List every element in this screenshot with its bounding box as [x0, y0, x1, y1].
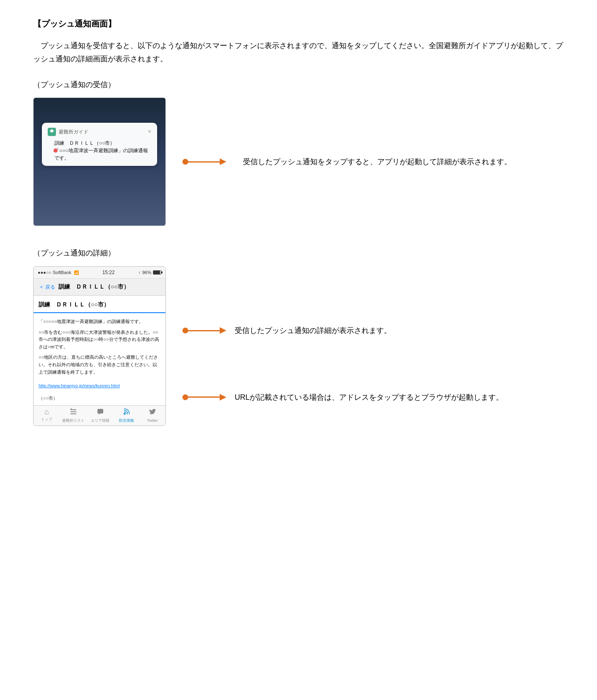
callout1-text: 受信したプッシュ通知をタップすると、アプリが起動して詳細が表示されます。: [243, 156, 512, 168]
arrow2: [182, 327, 226, 334]
section2: （プッシュ通知の詳細） ●●●○○ SoftBank 📶 15:22 ↑ 96%: [33, 247, 564, 426]
tab-twitter[interactable]: Twitter: [142, 408, 163, 424]
notif-dot: [53, 148, 58, 153]
svg-rect-2: [70, 413, 76, 414]
tab-shelter-list[interactable]: 避難所リスト: [62, 408, 85, 424]
svg-rect-3: [70, 408, 72, 410]
wifi-icon: 📶: [74, 269, 79, 276]
tab-disaster-label: 防災情報: [119, 418, 134, 424]
phone-detail-screenshot: ●●●○○ SoftBank 📶 15:22 ↑ 96% ＜ 戻る: [33, 266, 166, 426]
url-link[interactable]: http://www.hinanjyo.jp/news/kunren.html: [39, 383, 120, 388]
gps-indicator: ↑: [138, 269, 141, 277]
notification-screenshot: 避難所ガイド × 訓練 ＤＲＩＬＬ（○○市） 「○○○地震津波一斉避難訓練」の訓…: [33, 97, 166, 226]
tab-bar: ⌂ トップ 避難所リスト: [34, 405, 165, 425]
battery-icon: [153, 270, 161, 275]
notif-close-icon: ×: [148, 127, 151, 137]
content-body: 「○○○○○地震津波一斉避難訓練」の訓練通報です。 ○○市を含む○○○海沿岸に大…: [34, 315, 165, 379]
tab-area-label: エリア情報: [91, 418, 109, 424]
callout2-text: 受信したプッシュ通知の詳細が表示されます。: [235, 324, 391, 337]
svg-marker-5: [99, 413, 100, 415]
callout3-text: URLが記載されている場合は、アドレスをタップするとブラウザが起動します。: [235, 391, 503, 404]
nav-bar: ＜ 戻る 訓練 ＤＲＩＬＬ（○○市）: [34, 279, 165, 296]
svg-rect-1: [70, 411, 76, 412]
page-title: 【プッシュ通知画面】: [33, 17, 564, 31]
battery-percent: 96%: [142, 269, 151, 277]
source-text: （○○市）: [34, 393, 165, 406]
time-display: 15:22: [102, 268, 115, 277]
list-icon: [70, 408, 77, 417]
svg-rect-4: [97, 409, 103, 413]
tab-area-info[interactable]: エリア情報: [90, 408, 111, 424]
section2-label: （プッシュ通知の詳細）: [33, 247, 564, 260]
tab-top-label: トップ: [41, 416, 52, 423]
notification-popup: 避難所ガイド × 訓練 ＤＲＩＬＬ（○○市） 「○○○地震津波一斉避難訓練」の訓…: [42, 123, 157, 166]
body-text-2: ○○市を含む○○○海沿岸に大津波警報が発表されました。○○市への津波到着予想時刻…: [39, 329, 160, 351]
svg-point-6: [124, 413, 125, 415]
notif-app-name: 避難所ガイド: [58, 128, 88, 136]
twitter-icon: [149, 408, 156, 417]
tab-shelter-label: 避難所リスト: [62, 418, 85, 424]
arrow1: [182, 158, 226, 165]
section1-label: （プッシュ通知の受信）: [33, 78, 564, 91]
notif-app-icon: [48, 128, 56, 136]
back-button[interactable]: ＜ 戻る: [39, 282, 55, 292]
notif-body: 訓練 ＤＲＩＬＬ（○○市） 「○○○地震津波一斉避難訓練」の訓練通報です。: [48, 139, 151, 162]
tab-twitter-label: Twitter: [147, 418, 158, 424]
content-title: 訓練 ＤＲＩＬＬ（○○市）: [34, 296, 165, 313]
intro-text: プッシュ通知を受信すると、以下のような通知がスマートフォンに表示されますので、通…: [33, 39, 564, 66]
home-icon: ⌂: [44, 408, 49, 416]
nav-title: 訓練 ＤＲＩＬＬ（○○市）: [58, 282, 129, 292]
section1: （プッシュ通知の受信） 避難所ガイド ×: [33, 78, 564, 226]
detail-arrows-callouts: 受信したプッシュ通知の詳細が表示されます。 URLが記載されている場合は、アドレ…: [182, 266, 503, 403]
tab-top[interactable]: ⌂ トップ: [36, 408, 57, 424]
body-text-1: 「○○○○○地震津波一斉避難訓練」の訓練通報です。: [39, 318, 160, 326]
carrier-text: ●●●○○ SoftBank: [38, 269, 71, 277]
rss-icon: [123, 408, 130, 417]
tab-disaster-info[interactable]: 防災情報: [116, 408, 137, 424]
chat-icon: [97, 408, 104, 417]
url-area: http://www.hinanjyo.jp/news/kunren.html: [34, 379, 165, 392]
body-text-3: ○○地区の方は、直ちに標高の高いところへ避難してください。それ以外の地域の方も、…: [39, 354, 160, 376]
arrow3: [182, 394, 226, 401]
status-bar: ●●●○○ SoftBank 📶 15:22 ↑ 96%: [34, 267, 165, 279]
